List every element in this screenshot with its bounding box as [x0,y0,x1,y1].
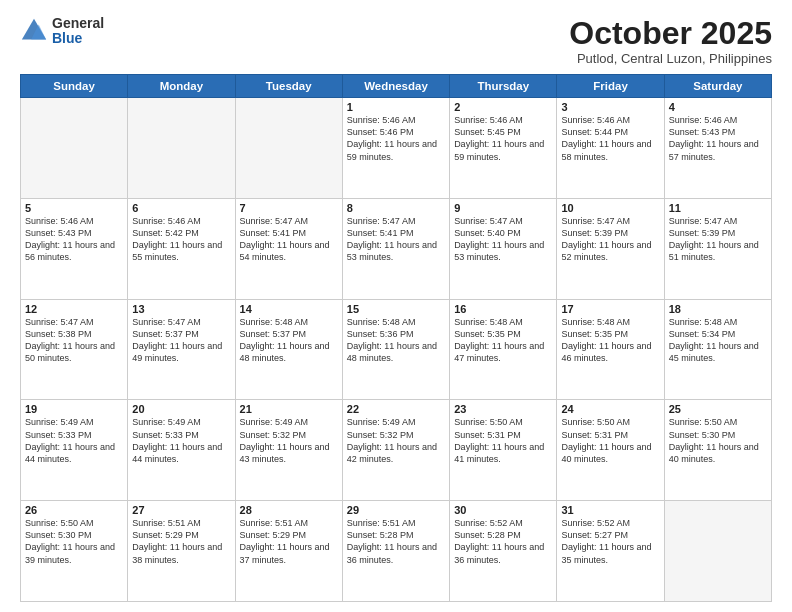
title-block: October 2025 Putlod, Central Luzon, Phil… [569,16,772,66]
calendar-cell: 15Sunrise: 5:48 AM Sunset: 5:36 PM Dayli… [342,299,449,400]
calendar-cell: 16Sunrise: 5:48 AM Sunset: 5:35 PM Dayli… [450,299,557,400]
calendar-cell: 28Sunrise: 5:51 AM Sunset: 5:29 PM Dayli… [235,501,342,602]
day-info: Sunrise: 5:48 AM Sunset: 5:36 PM Dayligh… [347,316,445,365]
week-row-5: 26Sunrise: 5:50 AM Sunset: 5:30 PM Dayli… [21,501,772,602]
day-number: 11 [669,202,767,214]
day-info: Sunrise: 5:49 AM Sunset: 5:33 PM Dayligh… [25,416,123,465]
calendar-cell: 20Sunrise: 5:49 AM Sunset: 5:33 PM Dayli… [128,400,235,501]
page: General Blue October 2025 Putlod, Centra… [0,0,792,612]
day-number: 7 [240,202,338,214]
header-thursday: Thursday [450,75,557,98]
calendar-cell: 2Sunrise: 5:46 AM Sunset: 5:45 PM Daylig… [450,98,557,199]
day-number: 6 [132,202,230,214]
logo-text: General Blue [52,16,104,47]
calendar-cell: 6Sunrise: 5:46 AM Sunset: 5:42 PM Daylig… [128,198,235,299]
day-number: 27 [132,504,230,516]
calendar-cell: 27Sunrise: 5:51 AM Sunset: 5:29 PM Dayli… [128,501,235,602]
week-row-1: 1Sunrise: 5:46 AM Sunset: 5:46 PM Daylig… [21,98,772,199]
day-number: 4 [669,101,767,113]
week-row-4: 19Sunrise: 5:49 AM Sunset: 5:33 PM Dayli… [21,400,772,501]
day-info: Sunrise: 5:49 AM Sunset: 5:32 PM Dayligh… [347,416,445,465]
calendar-cell: 30Sunrise: 5:52 AM Sunset: 5:28 PM Dayli… [450,501,557,602]
header-wednesday: Wednesday [342,75,449,98]
calendar-cell: 10Sunrise: 5:47 AM Sunset: 5:39 PM Dayli… [557,198,664,299]
calendar-cell: 17Sunrise: 5:48 AM Sunset: 5:35 PM Dayli… [557,299,664,400]
day-number: 20 [132,403,230,415]
day-info: Sunrise: 5:51 AM Sunset: 5:29 PM Dayligh… [240,517,338,566]
weekday-header-row: Sunday Monday Tuesday Wednesday Thursday… [21,75,772,98]
calendar-cell: 19Sunrise: 5:49 AM Sunset: 5:33 PM Dayli… [21,400,128,501]
calendar-cell: 26Sunrise: 5:50 AM Sunset: 5:30 PM Dayli… [21,501,128,602]
day-info: Sunrise: 5:46 AM Sunset: 5:45 PM Dayligh… [454,114,552,163]
calendar-cell: 11Sunrise: 5:47 AM Sunset: 5:39 PM Dayli… [664,198,771,299]
day-info: Sunrise: 5:47 AM Sunset: 5:37 PM Dayligh… [132,316,230,365]
day-info: Sunrise: 5:48 AM Sunset: 5:37 PM Dayligh… [240,316,338,365]
day-number: 26 [25,504,123,516]
day-number: 10 [561,202,659,214]
day-info: Sunrise: 5:49 AM Sunset: 5:32 PM Dayligh… [240,416,338,465]
day-number: 30 [454,504,552,516]
calendar-table: Sunday Monday Tuesday Wednesday Thursday… [20,74,772,602]
day-info: Sunrise: 5:48 AM Sunset: 5:35 PM Dayligh… [454,316,552,365]
day-number: 17 [561,303,659,315]
day-number: 25 [669,403,767,415]
day-number: 1 [347,101,445,113]
logo-blue-label: Blue [52,31,104,46]
day-info: Sunrise: 5:47 AM Sunset: 5:41 PM Dayligh… [240,215,338,264]
day-number: 13 [132,303,230,315]
month-title: October 2025 [569,16,772,51]
day-number: 15 [347,303,445,315]
day-number: 3 [561,101,659,113]
calendar-cell: 4Sunrise: 5:46 AM Sunset: 5:43 PM Daylig… [664,98,771,199]
calendar-cell: 18Sunrise: 5:48 AM Sunset: 5:34 PM Dayli… [664,299,771,400]
calendar-cell: 24Sunrise: 5:50 AM Sunset: 5:31 PM Dayli… [557,400,664,501]
header: General Blue October 2025 Putlod, Centra… [20,16,772,66]
day-number: 9 [454,202,552,214]
day-info: Sunrise: 5:47 AM Sunset: 5:41 PM Dayligh… [347,215,445,264]
day-number: 22 [347,403,445,415]
day-info: Sunrise: 5:46 AM Sunset: 5:44 PM Dayligh… [561,114,659,163]
day-info: Sunrise: 5:50 AM Sunset: 5:30 PM Dayligh… [669,416,767,465]
day-number: 19 [25,403,123,415]
day-number: 16 [454,303,552,315]
calendar-cell: 1Sunrise: 5:46 AM Sunset: 5:46 PM Daylig… [342,98,449,199]
calendar-cell: 31Sunrise: 5:52 AM Sunset: 5:27 PM Dayli… [557,501,664,602]
day-info: Sunrise: 5:50 AM Sunset: 5:31 PM Dayligh… [454,416,552,465]
day-number: 5 [25,202,123,214]
day-number: 31 [561,504,659,516]
location: Putlod, Central Luzon, Philippines [569,51,772,66]
logo-icon [20,17,48,45]
day-number: 24 [561,403,659,415]
header-saturday: Saturday [664,75,771,98]
day-info: Sunrise: 5:46 AM Sunset: 5:43 PM Dayligh… [25,215,123,264]
calendar-cell: 25Sunrise: 5:50 AM Sunset: 5:30 PM Dayli… [664,400,771,501]
day-info: Sunrise: 5:49 AM Sunset: 5:33 PM Dayligh… [132,416,230,465]
calendar-cell [21,98,128,199]
day-number: 8 [347,202,445,214]
header-monday: Monday [128,75,235,98]
header-friday: Friday [557,75,664,98]
day-info: Sunrise: 5:52 AM Sunset: 5:27 PM Dayligh… [561,517,659,566]
day-number: 12 [25,303,123,315]
day-info: Sunrise: 5:47 AM Sunset: 5:39 PM Dayligh… [669,215,767,264]
logo: General Blue [20,16,104,47]
day-number: 2 [454,101,552,113]
calendar-cell: 23Sunrise: 5:50 AM Sunset: 5:31 PM Dayli… [450,400,557,501]
day-info: Sunrise: 5:46 AM Sunset: 5:42 PM Dayligh… [132,215,230,264]
calendar-cell: 9Sunrise: 5:47 AM Sunset: 5:40 PM Daylig… [450,198,557,299]
day-info: Sunrise: 5:48 AM Sunset: 5:35 PM Dayligh… [561,316,659,365]
calendar-cell [664,501,771,602]
calendar-cell [128,98,235,199]
day-info: Sunrise: 5:47 AM Sunset: 5:39 PM Dayligh… [561,215,659,264]
day-info: Sunrise: 5:47 AM Sunset: 5:38 PM Dayligh… [25,316,123,365]
calendar-cell: 29Sunrise: 5:51 AM Sunset: 5:28 PM Dayli… [342,501,449,602]
calendar-cell: 21Sunrise: 5:49 AM Sunset: 5:32 PM Dayli… [235,400,342,501]
day-info: Sunrise: 5:48 AM Sunset: 5:34 PM Dayligh… [669,316,767,365]
day-info: Sunrise: 5:50 AM Sunset: 5:30 PM Dayligh… [25,517,123,566]
day-info: Sunrise: 5:50 AM Sunset: 5:31 PM Dayligh… [561,416,659,465]
day-info: Sunrise: 5:46 AM Sunset: 5:43 PM Dayligh… [669,114,767,163]
calendar-cell: 3Sunrise: 5:46 AM Sunset: 5:44 PM Daylig… [557,98,664,199]
day-number: 18 [669,303,767,315]
day-info: Sunrise: 5:52 AM Sunset: 5:28 PM Dayligh… [454,517,552,566]
day-number: 29 [347,504,445,516]
